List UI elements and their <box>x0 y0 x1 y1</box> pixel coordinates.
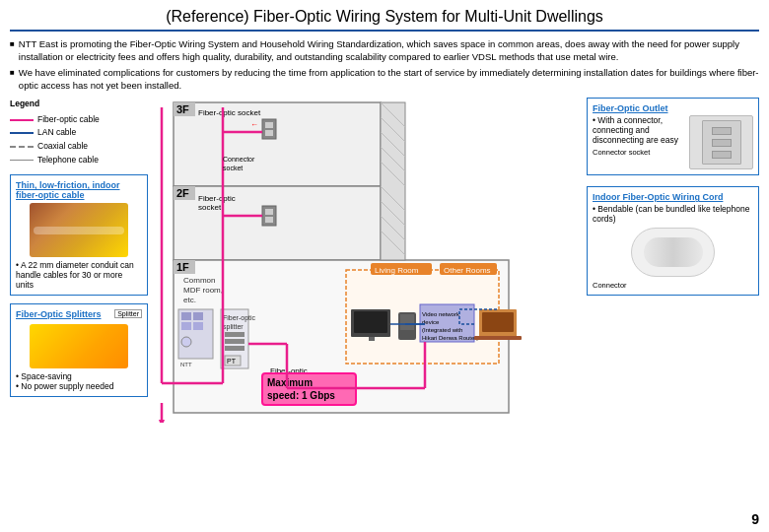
svg-text:speed: 1 Gbps: speed: 1 Gbps <box>267 390 335 401</box>
svg-text:etc.: etc. <box>183 296 196 304</box>
splitter-image <box>30 324 128 368</box>
svg-text:Other Rooms: Other Rooms <box>444 266 491 275</box>
indoor-cord-box: Indoor Fiber-Optic Wiring Cord • Bendabl… <box>587 186 759 296</box>
thin-cable-description: • A 22 mm diameter conduit can handle ca… <box>16 260 142 290</box>
svg-rect-65 <box>474 336 522 340</box>
connector-label: Connector <box>593 281 753 290</box>
svg-marker-89 <box>159 420 165 423</box>
intro-bullets: NTT East is promoting the Fiber-Optic Wi… <box>10 37 759 92</box>
legend-coaxial: Coaxial cable <box>10 140 148 154</box>
fiber-outlet-desc: • With a connector, connecting and disco… <box>593 115 685 145</box>
svg-point-36 <box>181 337 191 347</box>
fiber-outlet-box: Fiber-Optic Outlet • With a connector, c… <box>587 98 759 175</box>
fiber-line-icon <box>10 119 34 121</box>
legend-title: Legend <box>10 98 148 111</box>
right-callouts: Fiber-Optic Outlet • With a connector, c… <box>587 98 759 423</box>
svg-text:Hikari Denwa Router): Hikari Denwa Router) <box>422 335 478 341</box>
svg-rect-33 <box>193 312 203 320</box>
page-number: 9 <box>751 511 759 527</box>
svg-text:NTT: NTT <box>180 362 192 367</box>
lan-line-icon <box>10 132 34 134</box>
svg-text:(Integrated with: (Integrated with <box>422 327 462 333</box>
svg-text:splitter: splitter <box>223 323 244 331</box>
svg-rect-35 <box>193 322 203 330</box>
svg-rect-41 <box>225 332 245 337</box>
legend: Legend Fiber-optic cable LAN cable Coaxi… <box>10 98 148 166</box>
thin-cable-image <box>30 203 128 257</box>
svg-rect-64 <box>482 312 514 332</box>
building-svg: 3F 2F 1F Fiber-optic socket Fiber-optic … <box>154 98 581 423</box>
telephone-line-icon <box>10 160 34 161</box>
svg-text:Fiber-optic socket: Fiber-optic socket <box>198 108 261 117</box>
svg-rect-57 <box>400 314 414 330</box>
svg-text:1F: 1F <box>176 261 189 273</box>
splitter-title: Fiber-Optic Splitters <box>16 309 102 319</box>
svg-rect-27 <box>265 217 273 223</box>
svg-text:Common: Common <box>183 276 215 285</box>
legend-lan: LAN cable <box>10 126 148 140</box>
svg-text:Fiber-optic: Fiber-optic <box>223 314 256 322</box>
svg-rect-43 <box>225 346 245 351</box>
svg-text:2F: 2F <box>176 187 189 199</box>
svg-text:Connector: Connector <box>223 156 255 163</box>
svg-rect-21 <box>265 122 273 128</box>
thin-cable-title: Thin, low-friction, indoor fiber-optic c… <box>16 180 142 200</box>
svg-text:Maximum: Maximum <box>267 377 313 388</box>
page-title: (Reference) Fiber-Optic Wiring System fo… <box>10 8 759 26</box>
svg-text:←: ← <box>250 120 258 129</box>
fiber-outlet-title: Fiber-Optic Outlet <box>593 103 753 113</box>
bullet-1: NTT East is promoting the Fiber-Optic Wi… <box>10 37 759 64</box>
svg-rect-55 <box>369 337 375 341</box>
legend-telephone: Telephone cable <box>10 154 148 167</box>
svg-text:Fiber-optic: Fiber-optic <box>198 194 236 203</box>
thin-cable-box: Thin, low-friction, indoor fiber-optic c… <box>10 174 148 296</box>
splitter-label: Splitter <box>114 309 142 318</box>
svg-text:PT: PT <box>227 358 237 365</box>
svg-text:socket: socket <box>223 165 243 171</box>
svg-text:MDF room,: MDF room, <box>183 286 223 295</box>
outlet-image <box>689 115 753 169</box>
building-diagram: 3F 2F 1F Fiber-optic socket Fiber-optic … <box>154 98 581 423</box>
svg-rect-34 <box>181 322 191 330</box>
legend-fiber: Fiber-optic cable <box>10 113 148 127</box>
svg-rect-22 <box>265 130 273 136</box>
svg-rect-42 <box>225 339 245 344</box>
svg-rect-32 <box>181 312 191 320</box>
splitter-desc: • Space-saving • No power supply needed <box>16 371 142 391</box>
svg-text:socket: socket <box>198 203 222 212</box>
left-column: Legend Fiber-optic cable LAN cable Coaxi… <box>10 98 148 423</box>
splitter-box: Fiber-Optic Splitters Splitter • Space-s… <box>10 303 148 397</box>
indoor-cord-title: Indoor Fiber-Optic Wiring Cord <box>593 192 753 202</box>
svg-text:3F: 3F <box>176 103 189 115</box>
svg-text:Video network: Video network <box>422 311 460 317</box>
svg-text:Living Room: Living Room <box>375 266 419 275</box>
title-underline <box>10 30 759 32</box>
page: (Reference) Fiber-Optic Wiring System fo… <box>0 0 769 532</box>
cord-image <box>631 228 715 277</box>
coaxial-line-icon <box>10 146 34 148</box>
svg-rect-26 <box>265 209 273 215</box>
bullet-2: We have eliminated complications for cus… <box>10 66 759 93</box>
svg-rect-54 <box>354 311 387 333</box>
